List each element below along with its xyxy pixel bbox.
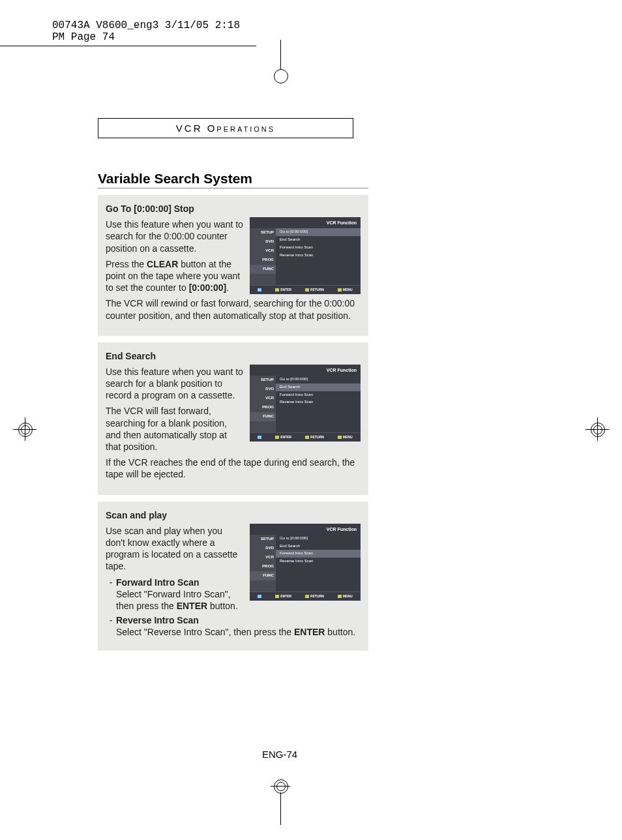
osd-menu-item: Reverse Intro Scan: [276, 558, 361, 565]
osd-side-icon: [259, 248, 264, 254]
osd-side-item: PROG: [250, 256, 276, 265]
section-heading: Scan and play: [106, 509, 361, 521]
osd-footer-btn: MENU: [338, 435, 353, 440]
list-item-body: Select "Reverse Intro Scan", then press …: [116, 627, 355, 637]
osd-title: VCR Function: [250, 524, 361, 535]
section-heading: End Search: [106, 350, 361, 362]
osd-side-item: FUNC: [250, 265, 276, 274]
osd-menu-item: Forward Intro Scan: [276, 244, 361, 252]
registration-mark-left: [13, 417, 37, 441]
osd-menu-item: Go to [0:00:000]: [276, 535, 361, 543]
osd-title: VCR Function: [250, 217, 361, 228]
osd-menu-item: Go to [0:00:000]: [276, 228, 361, 236]
osd-main: Go to [0:00:000]End SearchForward Intro …: [276, 376, 361, 432]
osd-side-item: DVD: [250, 544, 276, 553]
osd-side-icon: [256, 414, 261, 419]
osd-side-item: SETUP: [250, 535, 276, 544]
osd-side-item: VCR: [250, 553, 276, 562]
osd-side-item: SETUP: [250, 376, 276, 385]
section-header-prefix: VCR: [176, 123, 207, 134]
section-header-word: Operations: [207, 123, 275, 134]
registration-mark-right: [585, 417, 609, 441]
osd-nav-icon: [258, 595, 261, 598]
dash: -: [106, 614, 116, 638]
osd-footer: ENTERRETURNMENU: [250, 285, 361, 294]
osd-menu-item: Forward Intro Scan: [276, 391, 361, 399]
section-heading: Go To [0:00:00] Stop: [106, 203, 361, 215]
list-item-title: Forward Intro Scan: [116, 577, 200, 588]
osd-side-icon: [259, 239, 264, 245]
osd-side-icon: [256, 267, 261, 272]
osd-sidebar: SETUPDVDVCRPROGFUNC: [250, 376, 276, 432]
osd-footer-btn: MENU: [338, 594, 353, 599]
osd-footer-btn: RETURN: [305, 288, 324, 292]
osd-menu-item: End Search: [276, 236, 361, 244]
osd-menu-item: Reverse Intro Scan: [276, 252, 361, 260]
osd-side-icon: [256, 258, 261, 263]
osd-side-icon: [259, 555, 264, 560]
osd-footer-btn: RETURN: [305, 435, 324, 440]
section-block: Scan and play VCR Function SETUPDVDVCRPR…: [98, 502, 368, 652]
osd-side-item: VCR: [250, 247, 276, 256]
list-item-body: Select "Forward Intro Scan", then press …: [116, 589, 238, 611]
list-item: - Forward Intro ScanSelect "Forward Intr…: [106, 577, 243, 612]
body-text: The VCR will rewind or fast forward, sea…: [106, 297, 361, 321]
osd-menu-item: End Search: [276, 383, 361, 391]
osd-menu-item: Go to [0:00:000]: [276, 376, 361, 383]
osd-sidebar: SETUPDVDVCRPROGFUNC: [250, 535, 276, 592]
osd-screenshot: VCR Function SETUPDVDVCRPROGFUNC Go to […: [250, 524, 361, 601]
osd-footer-btn: ENTER: [275, 288, 291, 292]
dash: -: [106, 577, 116, 612]
section-header: VCR Operations: [98, 118, 353, 138]
osd-side-icon: [254, 537, 259, 542]
page-title: Variable Search System: [98, 171, 368, 188]
osd-menu-item: Reverse Intro Scan: [276, 398, 361, 406]
osd-side-item: DVD: [250, 237, 276, 247]
osd-footer-btn: RETURN: [305, 594, 324, 599]
osd-side-icon: [259, 396, 264, 401]
list-item: - Reverse Intro ScanSelect "Reverse Intr…: [106, 614, 361, 638]
osd-nav-icon: [258, 436, 261, 439]
osd-menu-item: End Search: [276, 543, 361, 550]
osd-side-item: PROG: [250, 562, 276, 571]
osd-side-item: PROG: [250, 403, 276, 412]
osd-side-icon: [256, 573, 261, 578]
osd-footer-btn: ENTER: [275, 435, 291, 440]
page-number: ENG-74: [0, 749, 462, 760]
osd-side-icon: [254, 378, 259, 383]
crop-mark-top: [0, 46, 622, 85]
osd-footer: ENTERRETURNMENU: [250, 592, 361, 601]
osd-side-item: DVD: [250, 385, 276, 394]
osd-side-item: FUNC: [250, 412, 276, 421]
section-block: End Search VCR Function SETUPDVDVCRPROGF…: [98, 342, 368, 495]
list-item-title: Reverse Intro Scan: [116, 615, 199, 625]
body-text: If the VCR reaches the end of the tape d…: [106, 457, 361, 480]
section-block: Go To [0:00:00] Stop VCR Function SETUPD…: [98, 195, 368, 336]
osd-title: VCR Function: [250, 365, 361, 376]
osd-side-icon: [256, 564, 261, 569]
osd-screenshot: VCR Function SETUPDVDVCRPROGFUNC Go to […: [250, 217, 361, 294]
osd-main: Go to [0:00:000]End SearchForward Intro …: [276, 535, 361, 592]
osd-footer-btn: ENTER: [275, 594, 291, 599]
osd-side-item: FUNC: [250, 571, 276, 580]
osd-main: Go to [0:00:000]End SearchForward Intro …: [276, 228, 361, 285]
osd-footer: ENTERRETURNMENU: [250, 432, 361, 442]
osd-sidebar: SETUPDVDVCRPROGFUNC: [250, 228, 276, 285]
osd-side-icon: [256, 405, 261, 410]
osd-side-icon: [259, 387, 264, 392]
crop-mark-bottom: [0, 773, 622, 825]
print-header: 00743A V8600_eng3 3/11/05 2:18 PM Page 7…: [0, 0, 256, 46]
osd-side-icon: [259, 546, 264, 551]
osd-footer-btn: MENU: [338, 288, 353, 292]
osd-nav-icon: [258, 288, 261, 292]
osd-side-icon: [254, 230, 259, 235]
osd-menu-item: Forward Intro Scan: [276, 550, 361, 558]
osd-screenshot: VCR Function SETUPDVDVCRPROGFUNC Go to […: [250, 365, 361, 442]
osd-side-item: SETUP: [250, 228, 276, 237]
osd-side-item: VCR: [250, 394, 276, 403]
